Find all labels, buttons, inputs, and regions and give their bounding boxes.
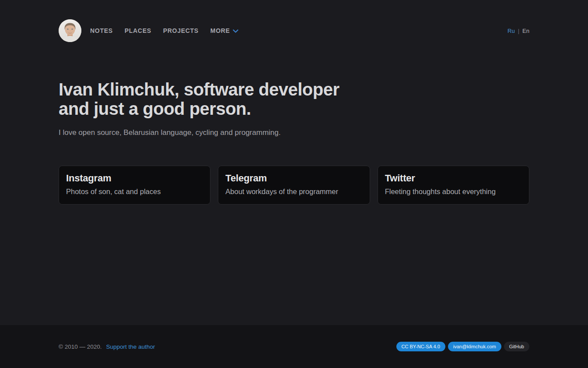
nav-item-projects[interactable]: PROJECTS	[163, 27, 199, 34]
card-description: Photos of son, cat and places	[66, 188, 203, 196]
card-twitter[interactable]: Twitter Fleeting thoughts about everythi…	[378, 166, 529, 205]
nav-item-notes[interactable]: NOTES	[90, 27, 113, 34]
nav-item-more-label: MORE	[210, 27, 230, 34]
site-footer: © 2010 — 2020. Support the author CC BY-…	[0, 325, 588, 368]
card-title: Instagram	[66, 173, 203, 184]
page-title-line-2: and just a good person.	[59, 99, 529, 118]
copyright-text: © 2010 — 2020.	[59, 343, 102, 350]
language-option-en[interactable]: En	[522, 28, 529, 34]
site-header: NOTES PLACES PROJECTS MORE Ru | En	[0, 0, 588, 42]
page-title-line-1: Ivan Klimchuk, software developer	[59, 80, 529, 99]
main-content: Ivan Klimchuk, software developer and ju…	[0, 42, 588, 205]
avatar-portrait-image	[59, 19, 81, 42]
card-instagram[interactable]: Instagram Photos of son, cat and places	[59, 166, 210, 205]
support-author-link[interactable]: Support the author	[106, 343, 155, 350]
page-title: Ivan Klimchuk, software developer and ju…	[59, 80, 529, 118]
email-badge[interactable]: ivan@klimchuk.com	[448, 342, 501, 351]
social-cards: Instagram Photos of son, cat and places …	[59, 166, 529, 205]
card-description: About workdays of the programmer	[225, 188, 362, 196]
license-badge[interactable]: CC BY-NC-SA 4.0	[396, 342, 445, 351]
page-subtitle: I love open source, Belarusian language,…	[59, 128, 529, 137]
language-option-ru[interactable]: Ru	[508, 28, 515, 34]
avatar[interactable]	[59, 19, 81, 42]
nav-item-more[interactable]: MORE	[210, 27, 238, 34]
nav-item-places[interactable]: PLACES	[125, 27, 151, 34]
language-switcher: Ru | En	[508, 28, 529, 34]
main-nav: NOTES PLACES PROJECTS MORE	[90, 27, 238, 34]
github-badge[interactable]: GitHub	[504, 342, 529, 351]
hero-section: Ivan Klimchuk, software developer and ju…	[59, 80, 529, 137]
language-separator: |	[518, 28, 519, 34]
chevron-down-icon	[233, 29, 238, 33]
card-title: Twitter	[385, 173, 522, 184]
card-telegram[interactable]: Telegram About workdays of the programme…	[218, 166, 370, 205]
footer-left: © 2010 — 2020. Support the author	[59, 343, 155, 350]
content-spacer	[0, 205, 588, 325]
card-description: Fleeting thoughts about everything	[385, 188, 522, 196]
card-title: Telegram	[225, 173, 362, 184]
footer-badges: CC BY-NC-SA 4.0 ivan@klimchuk.com GitHub	[396, 342, 529, 351]
